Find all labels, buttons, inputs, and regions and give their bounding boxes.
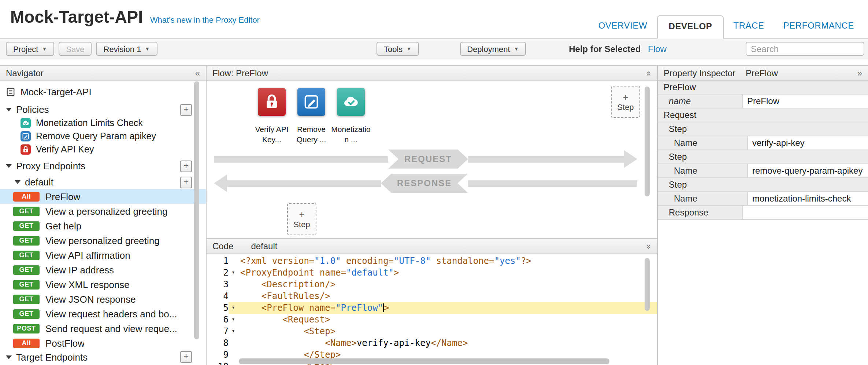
code-line-4[interactable]: 4 <FaultRules/> xyxy=(207,290,657,302)
tools-menu-button[interactable]: Tools ▼ xyxy=(376,42,419,56)
policy-item[interactable]: Remove Query Param apikey xyxy=(0,130,206,143)
flow-scrollbar[interactable] xyxy=(645,86,650,196)
flow-item-view-json-response[interactable]: GETView JSON response xyxy=(0,292,206,306)
fold-arrow-icon[interactable]: ▾ xyxy=(229,302,238,314)
help-flow-link[interactable]: Flow xyxy=(648,44,667,54)
code-token: "yes" xyxy=(494,256,521,266)
tab-overview[interactable]: OVERVIEW xyxy=(589,21,657,38)
code-line-2[interactable]: 2▾<ProxyEndpoint name="default"> xyxy=(207,267,657,279)
inspector-header: Property Inspector PreFlow » xyxy=(658,65,868,81)
dropdown-caret-icon: ▼ xyxy=(406,46,411,51)
fold-arrow-icon[interactable]: ▾ xyxy=(229,314,238,325)
flow-item-view-personalized-greeting[interactable]: GETView personalized greeting xyxy=(0,233,206,248)
code-tab-default[interactable]: default xyxy=(251,241,277,251)
code-line-7[interactable]: 7▾ <Step> xyxy=(207,325,657,337)
inspector-field-label: name xyxy=(658,95,743,108)
policy-step-cloud-check[interactable] xyxy=(337,88,365,116)
policy-item-label: Verify API Key xyxy=(36,144,94,155)
flow-item-preflow[interactable]: AllPreFlow xyxy=(0,189,206,204)
code-lines: 1<?xml version="1.0" encoding="UTF-8" st… xyxy=(207,254,657,365)
nav-section-policies[interactable]: Policies + xyxy=(0,103,206,117)
save-button[interactable]: Save xyxy=(59,42,92,56)
inspector-field-value[interactable]: PreFlow xyxy=(743,95,868,108)
response-label-banner: RESPONSE xyxy=(381,174,468,193)
flow-item-get-help[interactable]: GETGet help xyxy=(0,218,206,233)
revision-menu-button[interactable]: Revision 1 ▼ xyxy=(96,42,157,56)
flow-item-view-xml-response[interactable]: GETView XML response xyxy=(0,277,206,292)
flow-item-view-api-affirmation[interactable]: GETView API affirmation xyxy=(0,248,206,262)
nav-root-item[interactable]: Mock-Target-API xyxy=(0,85,206,99)
inspector-field-value[interactable]: remove-query-param-apikey xyxy=(748,164,868,177)
flow-item-postflow[interactable]: AllPostFlow xyxy=(0,336,206,350)
code-token: > xyxy=(384,303,389,313)
add-policy-button[interactable]: + xyxy=(180,104,192,116)
collapse-down-icon[interactable]: » xyxy=(644,244,654,248)
collapse-left-icon[interactable]: « xyxy=(195,68,200,78)
add-target-endpoint-button[interactable]: + xyxy=(180,351,192,363)
flow-panel-title: Flow: PreFlow xyxy=(212,68,268,78)
method-badge: GET xyxy=(13,294,40,304)
dropdown-caret-icon: ▼ xyxy=(145,46,150,51)
code-horizontal-scrollbar[interactable] xyxy=(239,358,609,364)
navigator-scrollbar[interactable] xyxy=(194,81,199,339)
fold-arrow-icon[interactable]: ▾ xyxy=(229,361,238,365)
disclosure-triangle-icon[interactable] xyxy=(6,165,12,168)
deployment-menu-button[interactable]: Deployment ▼ xyxy=(460,42,526,56)
inspector-field-label: Name xyxy=(658,192,748,205)
fold-arrow-icon[interactable]: ▾ xyxy=(229,267,238,279)
inspector-field-value[interactable]: monetization-limits-check xyxy=(748,192,868,205)
code-vertical-scrollbar[interactable] xyxy=(645,258,650,311)
inspector-field-value[interactable]: verify-api-key xyxy=(748,136,868,150)
nav-section-target-endpoints[interactable]: Target Endpoints + xyxy=(0,350,206,364)
disclosure-triangle-icon[interactable] xyxy=(15,181,21,184)
policy-item[interactable]: Monetization Limits Check xyxy=(0,117,206,130)
navigator-header: Navigator « xyxy=(0,65,206,81)
add-step-button-response[interactable]: + Step xyxy=(287,203,316,235)
flow-item-view-a-personalized-greeting[interactable]: GETView a personalized greeting xyxy=(0,204,206,218)
collapse-up-icon[interactable]: « xyxy=(644,71,654,75)
code-token: <FaultRules/> xyxy=(240,291,330,301)
add-step-button-request[interactable]: + Step xyxy=(611,86,640,118)
flow-item-view-request-headers-and-bo[interactable]: GETView request headers and bo... xyxy=(0,306,206,321)
arrow-head-right-icon xyxy=(624,150,637,168)
add-proxy-endpoint-button[interactable]: + xyxy=(180,161,192,172)
inspector-field-value[interactable] xyxy=(743,206,868,219)
code-line-1[interactable]: 1<?xml version="1.0" encoding="UTF-8" st… xyxy=(207,255,657,267)
disclosure-triangle-icon[interactable] xyxy=(6,355,12,359)
main-area: Navigator « Mock-Target-API Policies + M… xyxy=(0,65,868,365)
flow-item-view-ip-address[interactable]: GETView IP address xyxy=(0,262,206,277)
whats-new-link[interactable]: What's new in the Proxy Editor xyxy=(150,15,260,24)
code-line-8[interactable]: 8 <Name>verify-api-key</Name> xyxy=(207,337,657,349)
nav-section-proxy-endpoints[interactable]: Proxy Endpoints + xyxy=(0,160,206,173)
inspector-field-name: Nameverify-api-key xyxy=(658,136,868,150)
fold-arrow-icon[interactable]: ▾ xyxy=(229,325,238,337)
add-step-label: Step xyxy=(617,103,634,111)
policy-item[interactable]: Verify API Key xyxy=(0,143,206,156)
policy-list: Monetization Limits CheckRemove Query Pa… xyxy=(0,117,206,156)
code-line-6[interactable]: 6▾ <Request> xyxy=(207,314,657,325)
code-line-5[interactable]: 5▾ <PreFlow name="PreFlow"> xyxy=(207,302,657,314)
policy-step-pencil[interactable] xyxy=(297,88,325,116)
code-editor[interactable]: 1<?xml version="1.0" encoding="UTF-8" st… xyxy=(207,254,657,365)
policy-step-lock[interactable] xyxy=(258,88,286,116)
tab-performance[interactable]: PERFORMANCE xyxy=(774,21,864,38)
nav-subsection-default[interactable]: default + xyxy=(0,176,206,189)
code-text: <PreFlow name="PreFlow"> xyxy=(238,302,657,314)
flow-item-label: View request headers and bo... xyxy=(45,308,177,319)
flow-item-label: View JSON response xyxy=(45,294,136,305)
disclosure-triangle-icon[interactable] xyxy=(6,108,12,112)
navigator-title: Navigator xyxy=(6,68,44,78)
tab-develop[interactable]: DEVELOP xyxy=(657,15,724,39)
toolbar-right-group: Help for Selected Flow xyxy=(569,42,864,56)
fold-arrow-icon xyxy=(229,255,238,267)
add-flow-button[interactable]: + xyxy=(180,177,192,188)
tools-menu-label: Tools xyxy=(384,44,403,53)
code-line-3[interactable]: 3 <Description/> xyxy=(207,279,657,290)
code-token: <Request> xyxy=(240,314,330,325)
project-menu-button[interactable]: Project ▼ xyxy=(6,42,54,56)
expand-right-icon[interactable]: » xyxy=(857,68,862,78)
tab-trace[interactable]: TRACE xyxy=(724,21,774,38)
flow-item-send-request-and-view-reque[interactable]: POSTSend request and view reque... xyxy=(0,321,206,336)
code-text: <Request> xyxy=(238,314,657,325)
search-input[interactable] xyxy=(746,42,864,56)
